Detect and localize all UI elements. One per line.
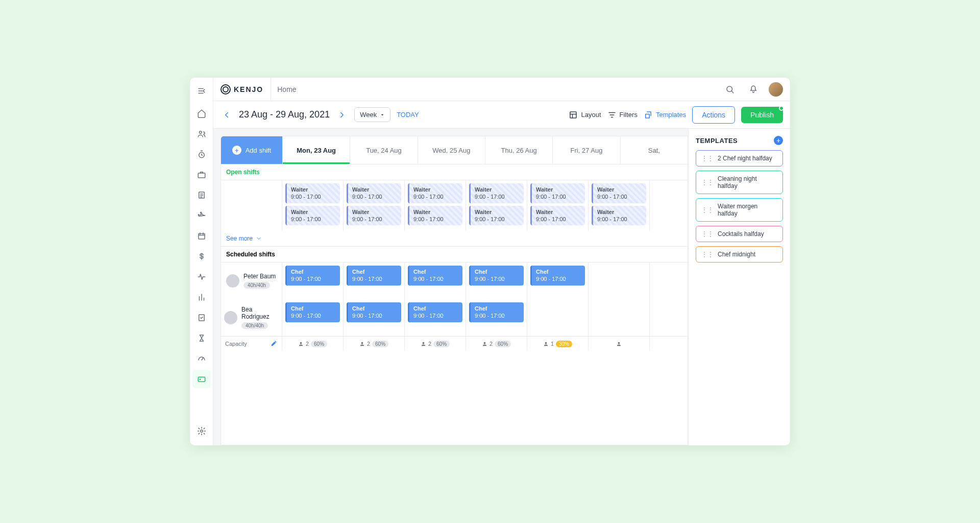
open-shift-card[interactable]: Waiter9:00 - 17:00 [408,206,462,226]
day-tab[interactable]: Sat, [620,136,688,164]
open-shift-card[interactable]: Waiter9:00 - 17:00 [347,206,401,226]
checklist-icon[interactable] [192,308,211,327]
panel-title: TEMPLATES [696,137,738,145]
svg-point-16 [618,342,620,344]
templates-button[interactable]: Templates [644,110,686,120]
day-tab[interactable]: Thu, 26 Aug [485,136,552,164]
svg-point-14 [484,342,486,344]
grip-icon: ⋮⋮ [701,230,714,237]
person-icon [616,341,622,347]
template-card[interactable]: ⋮⋮Waiter morgen halfday [696,198,783,222]
scheduled-shift-card[interactable]: Chef9:00 - 17:00 [347,266,401,286]
person-icon [482,341,487,347]
day-tab[interactable]: Fri, 27 Aug [552,136,620,164]
scheduled-shift-card[interactable]: Chef9:00 - 17:00 [469,266,524,286]
date-range: 23 Aug - 29 Aug, 2021 [239,109,330,120]
user-avatar[interactable] [769,82,783,97]
open-shift-card[interactable]: Waiter9:00 - 17:00 [530,183,585,203]
activity-icon[interactable] [192,268,211,286]
svg-point-8 [200,430,203,433]
day-tab[interactable]: Tue, 24 Aug [350,136,417,164]
search-icon[interactable] [722,81,738,98]
next-week-button[interactable] [336,109,348,121]
settings-icon[interactable] [192,422,211,440]
open-shift-card[interactable]: Waiter9:00 - 17:00 [285,206,340,226]
scheduled-shift-card[interactable]: Chef9:00 - 17:00 [530,266,585,286]
scheduled-shift-card[interactable]: Chef9:00 - 17:00 [285,266,340,286]
day-tab[interactable]: Wed, 25 Aug [418,136,485,164]
svg-point-7 [200,379,201,380]
templates-panel: TEMPLATES + ⋮⋮2 Chef night halfday⋮⋮Clea… [688,129,790,445]
add-template-button[interactable]: + [774,136,783,145]
bell-icon[interactable] [745,81,762,98]
home-icon[interactable] [192,104,211,123]
publish-button[interactable]: Publish [741,107,783,123]
clock-icon[interactable] [192,145,211,163]
open-shifts-label: Open shifts [221,164,688,180]
open-shifts-grid: Waiter9:00 - 17:00Waiter9:00 - 17:00Wait… [221,180,688,231]
day-tabs: + Add shift Mon, 23 AugTue, 24 AugWed, 2… [221,136,688,164]
toolbar: 23 Aug - 29 Aug, 2021 Week TODAY Layout … [213,101,790,129]
layout-button[interactable]: Layout [569,110,601,120]
open-shift-card[interactable]: Waiter9:00 - 17:00 [469,206,524,226]
scheduled-shift-card[interactable]: Chef9:00 - 17:00 [408,266,462,286]
collapse-sidebar-button[interactable] [194,84,209,98]
template-card[interactable]: ⋮⋮2 Chef night halfday [696,150,783,167]
open-shift-card[interactable]: Waiter9:00 - 17:00 [285,183,340,203]
template-card[interactable]: ⋮⋮Cleaning night halfday [696,171,783,194]
brand-name: KENJO [234,85,263,93]
svg-point-15 [545,342,547,344]
actions-button[interactable]: Actions [692,106,735,124]
sidebar [190,78,213,445]
scheduled-shift-card[interactable]: Chef9:00 - 17:00 [469,302,524,322]
capacity-row: Capacity260%260%260%260%130% [221,336,688,351]
add-shift-button[interactable]: + Add shift [221,136,282,164]
svg-point-12 [361,342,363,344]
logo: KENJO [220,84,263,94]
open-shift-card[interactable]: Waiter9:00 - 17:00 [530,206,585,226]
open-shift-card[interactable]: Waiter9:00 - 17:00 [592,183,646,203]
grip-icon: ⋮⋮ [701,206,714,213]
document-icon[interactable] [192,186,211,204]
open-shift-card[interactable]: Waiter9:00 - 17:00 [408,183,462,203]
template-card[interactable]: ⋮⋮Chef midnight [696,246,783,263]
open-shift-card[interactable]: Waiter9:00 - 17:00 [469,183,524,203]
scheduled-shift-card[interactable]: Chef9:00 - 17:00 [408,302,462,322]
people-icon[interactable] [192,125,211,143]
avatar [224,311,237,324]
calendar-icon[interactable] [192,227,211,245]
see-more-button[interactable]: See more [221,231,688,246]
add-shift-label: Add shift [246,147,272,154]
view-select-label: Week [360,111,377,118]
dollar-icon[interactable] [192,247,211,266]
svg-rect-4 [199,234,205,240]
open-shift-card[interactable]: Waiter9:00 - 17:00 [592,206,646,226]
template-card[interactable]: ⋮⋮Cocktails halfday [696,226,783,242]
caret-down-icon [380,112,385,117]
chart-icon[interactable] [192,288,211,306]
scheduled-shift-card[interactable]: Chef9:00 - 17:00 [347,302,401,322]
svg-point-0 [199,131,202,134]
day-tab[interactable]: Mon, 23 Aug [282,136,350,164]
filters-button[interactable]: Filters [607,110,638,120]
plane-icon[interactable] [192,206,211,225]
person-icon [298,341,304,347]
gauge-icon[interactable] [192,349,211,368]
view-select[interactable]: Week [354,107,390,122]
hourglass-icon[interactable] [192,329,211,347]
edit-capacity-button[interactable] [271,340,278,348]
shifts-icon[interactable] [192,370,211,388]
chevron-down-icon [256,235,262,242]
person-cell: Peter Baum40h/40h [221,263,282,299]
schedule-area: + Add shift Mon, 23 AugTue, 24 AugWed, 2… [213,129,688,445]
breadcrumb-home[interactable]: Home [271,78,302,101]
grip-icon: ⋮⋮ [701,251,714,258]
main: KENJO Home 23 Aug - 29 Aug, 2021 Week TO… [213,78,790,445]
plus-icon: + [232,146,241,155]
today-button[interactable]: TODAY [397,111,419,118]
briefcase-icon[interactable] [192,165,211,184]
content: + Add shift Mon, 23 AugTue, 24 AugWed, 2… [213,129,790,445]
open-shift-card[interactable]: Waiter9:00 - 17:00 [347,183,401,203]
scheduled-shift-card[interactable]: Chef9:00 - 17:00 [285,302,340,322]
prev-week-button[interactable] [220,109,233,121]
